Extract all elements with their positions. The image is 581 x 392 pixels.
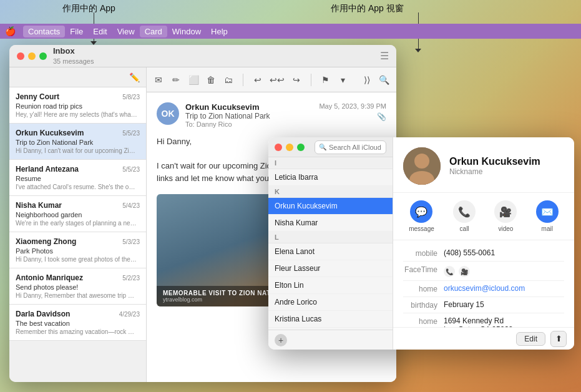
email-subject: Trip to Zion National Park	[185, 112, 313, 120]
add-contact-button[interactable]: +	[275, 334, 287, 346]
mobile-label: mobile	[403, 248, 444, 258]
message-count: 35 messages	[53, 57, 94, 66]
contacts-section-i: I	[268, 157, 393, 169]
minimize-button[interactable]	[28, 52, 36, 60]
menubar-view[interactable]: View	[112, 26, 140, 37]
birthday-value: February 15	[444, 300, 564, 309]
mail-action-button[interactable]: ✉️ mail	[536, 200, 559, 232]
sender-name: Orkun Kucuksevim	[16, 129, 84, 137]
mail-subject: Park Photos	[16, 247, 140, 255]
search-icon[interactable]: 🔍	[379, 71, 390, 89]
mail-item[interactable]: Jenny Court 5/8/23 Reunion road trip pic…	[9, 87, 146, 124]
video-label: video	[498, 225, 513, 232]
mail-preview: We're in the early stages of planning a …	[16, 220, 137, 227]
sender-name: Herland Antezana	[16, 165, 79, 174]
menubar-file[interactable]: File	[65, 26, 88, 37]
contacts-close-button[interactable]	[275, 144, 282, 151]
mail-preview: Remember this amazing vacation—rock clim…	[16, 328, 137, 335]
filter-icon[interactable]: ☰	[380, 50, 389, 62]
facetime-audio-icon[interactable]: 📞	[444, 266, 455, 277]
compose-icon[interactable]: ✏️	[129, 72, 140, 82]
contacts-section-l: L	[268, 232, 393, 243]
contact-photo	[403, 147, 441, 185]
mail-sidebar: ✏️ Jenny Court 5/8/23 Reunion road trip …	[9, 67, 147, 382]
field-email: home orkucsevim@icloud.com	[403, 281, 564, 297]
menubar-card[interactable]: Card	[140, 26, 167, 37]
archive-icon[interactable]: ⬜	[188, 71, 199, 89]
mail-item[interactable]: Orkun Kucuksevim 5/5/23 Trip to Zion Nat…	[9, 124, 146, 160]
contact-item-lanot[interactable]: Elena Lanot	[268, 243, 393, 260]
sender-name: Darla Davidson	[16, 310, 70, 318]
contacts-maximize-button[interactable]	[297, 144, 305, 151]
mail-label: mail	[542, 225, 553, 232]
edit-button[interactable]: Edit	[516, 332, 545, 346]
reply-all-icon[interactable]: ↩↩	[270, 71, 285, 89]
contact-item-lasseur[interactable]: Fleur Lasseur	[268, 260, 393, 277]
chevrons-icon[interactable]: ⟩⟩	[361, 71, 373, 89]
field-mobile: mobile (408) 555-0061	[403, 245, 564, 262]
contact-item-lorico[interactable]: Andre Lorico	[268, 294, 393, 311]
sender-avatar: OK	[157, 102, 179, 125]
mail-item[interactable]: Xiaomeng Zhong 5/3/23 Park Photos Hi Dan…	[9, 232, 146, 268]
sender-name: Antonio Manriquez	[16, 273, 83, 282]
mail-item[interactable]: Herland Antezana 5/5/23 Resume I've atta…	[9, 160, 146, 196]
traffic-lights	[17, 52, 47, 60]
mail-date: 5/5/23	[122, 166, 140, 173]
mail-subject: The best vacation	[16, 320, 140, 327]
contact-item-ibarra[interactable]: Leticia Ibarra	[268, 169, 393, 186]
share-button[interactable]: ⬆	[550, 331, 567, 347]
home-email-value[interactable]: orkucsevim@icloud.com	[444, 284, 564, 293]
contact-item-lucas[interactable]: Kristina Lucas	[268, 311, 393, 328]
reply-icon[interactable]: ↩	[252, 71, 263, 89]
forward-icon[interactable]: ↪	[291, 71, 302, 89]
svg-point-1	[414, 154, 429, 169]
folder-icon[interactable]: 🗂	[223, 71, 234, 89]
mail-list: Jenny Court 5/8/23 Reunion road trip pic…	[9, 87, 146, 382]
compose-icon[interactable]: ✏	[170, 71, 182, 89]
call-label: call	[460, 225, 469, 232]
email-sender: Orkun Kucuksevim	[185, 102, 313, 112]
contact-name: Orkun Kucuksevim	[449, 156, 564, 167]
contact-header: Orkun Kucuksevim Nickname	[393, 137, 574, 193]
contact-item-kumar[interactable]: Nisha Kumar	[268, 215, 393, 232]
contact-item-kucuksevim[interactable]: Orkun Kucuksevim	[268, 198, 393, 215]
attachment-icon: 📎	[377, 112, 386, 121]
contacts-search-box[interactable]: 🔍	[315, 140, 386, 154]
close-button[interactable]	[17, 52, 24, 60]
birthday-label: birthday	[403, 300, 444, 310]
contacts-window: 🔍 I Leticia Ibarra K Orkun Kucuksevim Ni…	[268, 137, 574, 350]
mail-action-icon: ✉️	[536, 200, 559, 223]
flag-icon[interactable]: ⚑	[320, 71, 331, 89]
envelope-icon[interactable]: ✉	[153, 71, 164, 89]
trash-icon[interactable]: 🗑	[205, 71, 217, 89]
apple-menu[interactable]: 🍎	[5, 26, 16, 36]
menubar-edit[interactable]: Edit	[88, 26, 112, 37]
call-action-button[interactable]: 📞 call	[453, 200, 476, 232]
mail-toolbar: ✉ ✏ ⬜ 🗑 🗂 ↩ ↩↩ ↪ ⚑ ▾ ⟩⟩ 🔍	[147, 67, 396, 92]
mobile-value[interactable]: (408) 555-0061	[444, 248, 564, 257]
maximize-button[interactable]	[39, 52, 47, 60]
email-meta-right: May 5, 2023, 9:39 PM 📎	[319, 102, 386, 121]
contacts-search-input[interactable]	[329, 144, 382, 151]
menubar-help[interactable]: Help	[206, 26, 233, 37]
mail-item[interactable]: Antonio Manriquez 5/2/23 Send photos ple…	[9, 268, 146, 305]
facetime-video-icon[interactable]: 🎥	[459, 266, 470, 277]
mail-preview: Hi Danny, I took some great photos of th…	[16, 256, 137, 263]
mail-date: 5/5/23	[122, 130, 140, 137]
contact-item-lin[interactable]: Elton Lin	[268, 277, 393, 294]
more-icon[interactable]: ▾	[338, 71, 349, 89]
message-action-button[interactable]: 💬 message	[409, 200, 434, 232]
sender-name: Jenny Court	[16, 92, 59, 101]
video-action-button[interactable]: 🎥 video	[494, 200, 517, 232]
mail-item[interactable]: Nisha Kumar 5/4/23 Neighborhood garden W…	[9, 196, 146, 232]
mail-item[interactable]: Darla Davidson 4/29/23 The best vacation…	[9, 305, 146, 341]
active-window-annotation: 作用中的 App 視窗	[331, 3, 404, 14]
email-to: To: Danny Rico	[185, 120, 313, 128]
mail-subject: Reunion road trip pics	[16, 102, 140, 110]
mail-preview: Hi Danny, I can't wait for our upcoming …	[16, 147, 137, 154]
inbox-label: Inbox	[53, 46, 94, 57]
menubar-contacts[interactable]: Contacts	[23, 26, 65, 37]
contacts-minimize-button[interactable]	[286, 144, 293, 151]
call-icon: 📞	[453, 200, 476, 223]
menubar-window[interactable]: Window	[167, 26, 206, 37]
